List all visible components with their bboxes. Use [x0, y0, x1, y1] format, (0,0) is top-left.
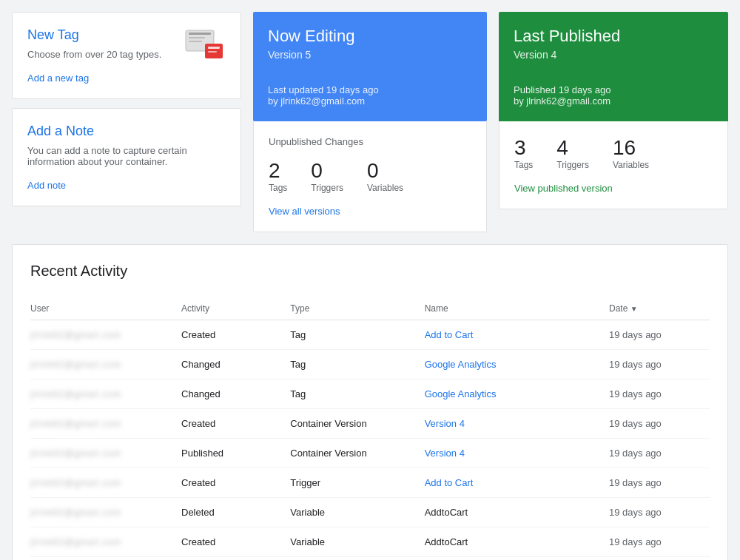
add-new-tag-link[interactable]: Add a new tag [27, 72, 89, 84]
cell-type: Variable [290, 498, 424, 527]
recent-activity-title: Recent Activity [30, 263, 710, 280]
now-editing-updated: Last updated 19 days ago [268, 84, 472, 95]
svg-rect-5 [208, 47, 220, 49]
new-tag-title: New Tag [27, 27, 161, 43]
table-row: jlrink62@gmail.comChangedTagGoogle Analy… [30, 350, 710, 379]
cell-type: Tag [290, 379, 424, 409]
add-note-subtitle: You can add a note to capture certain in… [27, 145, 226, 167]
col-header-date: Date ▼ [609, 297, 710, 320]
user-email: jlrink62@gmail.com [30, 360, 121, 370]
sort-arrow-icon: ▼ [630, 305, 638, 313]
view-published-version-link[interactable]: View published version [514, 183, 613, 194]
cell-user: jlrink62@gmail.com [30, 527, 181, 557]
cell-user: jlrink62@gmail.com [30, 468, 181, 498]
cell-date: 19 days ago [609, 320, 710, 350]
cell-type: Tag [290, 320, 424, 350]
cell-activity: Created [181, 409, 290, 439]
activity-table-body: jlrink62@gmail.comCreatedTagAdd to Cart1… [30, 320, 710, 561]
cell-activity: Created [181, 320, 290, 350]
add-note-link[interactable]: Add note [27, 180, 66, 191]
table-row: jlrink62@gmail.comPublishedContainer Ver… [30, 439, 710, 468]
add-note-title: Add a Note [27, 124, 226, 139]
tag-icon [184, 27, 226, 63]
activity-table: User Activity Type Name Date ▼ jlrink62@… [30, 297, 710, 560]
col-header-name: Name [425, 297, 609, 320]
cell-user: jlrink62@gmail.com [30, 498, 181, 527]
last-published-variables-label: Variables [613, 160, 649, 170]
now-editing-title: Now Editing [268, 27, 472, 46]
cell-type: Built-in Variable [290, 557, 424, 561]
now-editing-bottom: Unpublished Changes 2 Tags 0 Triggers 0 … [253, 121, 487, 232]
last-published-tags-label: Tags [514, 160, 533, 170]
svg-rect-2 [189, 37, 205, 38]
cell-date: 19 days ago [609, 350, 710, 379]
cell-name[interactable]: Version 4 [425, 439, 609, 468]
cell-user: jlrink62@gmail.com [30, 409, 181, 439]
last-published-tags-stat: 3 Tags [514, 136, 533, 170]
recent-activity-section: Recent Activity User Activity Type Name … [12, 244, 728, 560]
svg-rect-6 [208, 51, 217, 53]
now-editing-stats: 2 Tags 0 Triggers 0 Variables [269, 159, 471, 193]
cell-activity: Created [181, 468, 290, 498]
user-email: jlrink62@gmail.com [30, 448, 121, 459]
last-published-triggers-stat: 4 Triggers [556, 136, 589, 170]
last-published-bottom: 3 Tags 4 Triggers 16 Variables View publ… [499, 121, 728, 209]
now-editing-triggers-stat: 0 Triggers [311, 159, 343, 193]
cell-date: 19 days ago [609, 409, 710, 439]
now-editing-tags-label: Tags [269, 183, 287, 193]
table-row: jlrink62@gmail.comCreatedVariableAddtoCa… [30, 527, 710, 557]
cell-name[interactable]: Google Analytics [425, 379, 609, 409]
last-published-text: Published 19 days ago [514, 84, 713, 95]
cell-activity: Changed [181, 350, 290, 379]
new-tag-header: New Tag Choose from over 20 tag types. [27, 27, 226, 72]
cell-name[interactable]: Google Analytics [425, 350, 609, 379]
now-editing-updated-by: by jlrink62@gmail.com [268, 95, 472, 107]
cell-user: jlrink62@gmail.com [30, 379, 181, 409]
last-published-tags-count: 3 [514, 136, 533, 160]
cell-name[interactable]: Version 4 [425, 409, 609, 439]
cell-type: Container Version [290, 439, 424, 468]
view-all-versions-link[interactable]: View all versions [269, 206, 340, 217]
new-tag-text-block: New Tag Choose from over 20 tag types. [27, 27, 161, 72]
now-editing-variables-count: 0 [367, 159, 403, 183]
cell-date: 19 days ago [609, 527, 710, 557]
cell-activity: Deleted [181, 498, 290, 527]
now-editing-variables-stat: 0 Variables [367, 159, 403, 193]
table-row: jlrink62@gmail.comDeletedVariableAddtoCa… [30, 498, 710, 527]
cell-user: jlrink62@gmail.com [30, 350, 181, 379]
now-editing-card: Now Editing Version 5 Last updated 19 da… [253, 12, 487, 121]
table-row: jlrink62@gmail.comChangedTagGoogle Analy… [30, 379, 710, 409]
cell-date: 19 days ago [609, 557, 710, 561]
last-published-triggers-label: Triggers [556, 160, 589, 170]
now-editing-triggers-count: 0 [311, 159, 343, 183]
now-editing-tags-stat: 2 Tags [269, 159, 287, 193]
user-email: jlrink62@gmail.com [30, 537, 121, 547]
col-header-activity: Activity [181, 297, 290, 320]
table-row: jlrink62@gmail.comCreatedContainer Versi… [30, 409, 710, 439]
cell-name: Click ID [425, 557, 609, 561]
unpublished-title: Unpublished Changes [269, 136, 471, 147]
cell-name: AddtoCart [425, 498, 609, 527]
cell-type: Tag [290, 350, 424, 379]
new-tag-card: New Tag Choose from over 20 tag types. A… [12, 12, 241, 99]
table-row: jlrink62@gmail.comCreatedTagAdd to Cart1… [30, 320, 710, 350]
last-published-wrapper: Last Published Version 4 Published 19 da… [499, 12, 728, 232]
cell-name[interactable]: Add to Cart [425, 320, 609, 350]
cell-date: 19 days ago [609, 468, 710, 498]
cell-type: Variable [290, 527, 424, 557]
cell-activity: Enabled [181, 557, 290, 561]
last-published-card: Last Published Version 4 Published 19 da… [499, 12, 728, 121]
now-editing-version: Version 5 [268, 49, 472, 61]
cell-user: jlrink62@gmail.com [30, 439, 181, 468]
table-row: jlrink62@gmail.comCreatedTriggerAdd to C… [30, 468, 710, 498]
now-editing-tags-count: 2 [269, 159, 287, 183]
user-email: jlrink62@gmail.com [30, 389, 121, 399]
cell-type: Trigger [290, 468, 424, 498]
now-editing-wrapper: Now Editing Version 5 Last updated 19 da… [253, 12, 487, 232]
cell-name[interactable]: Add to Cart [425, 468, 609, 498]
last-published-stats: 3 Tags 4 Triggers 16 Variables [514, 136, 713, 170]
table-row: jlrink62@gmail.comEnabledBuilt-in Variab… [30, 557, 710, 561]
now-editing-triggers-label: Triggers [311, 183, 343, 193]
last-published-variables-count: 16 [613, 136, 649, 160]
last-published-by: by jlrink62@gmail.com [514, 95, 713, 107]
